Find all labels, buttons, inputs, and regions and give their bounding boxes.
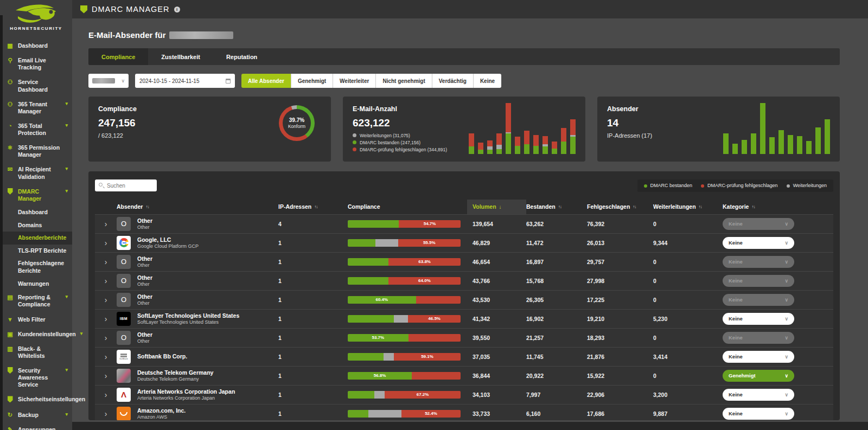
legend-label: DMARC-prüfung fehlgeschlagen (707, 183, 778, 189)
column-header-weiterleitungen[interactable]: Weiterleitungen↑↓ (653, 200, 723, 214)
sidebar-subitem-dashboard[interactable]: Dashboard (0, 206, 72, 219)
sidebar-item-service-dashboard[interactable]: ⚇Service Dashboard (0, 75, 72, 97)
row-expand-chevron-icon[interactable]: › (95, 390, 117, 399)
legend-item-dmarc-pr-fung-fehlgeschlagen-344-891: DMARC-prüfung fehlgeschlagen (344,891) (353, 147, 467, 152)
row-expand-chevron-icon[interactable]: › (95, 296, 117, 304)
category-cell: Keine∨ (723, 408, 833, 420)
info-icon[interactable]: i (174, 7, 180, 12)
sidebar-item-email-live-tracking[interactable]: ⚲Email Live Tracking (0, 53, 72, 75)
row-expand-chevron-icon[interactable]: › (95, 220, 117, 228)
sidebar-item-black-whitelists[interactable]: ▥Black- & Whitelists (0, 342, 72, 363)
filter-button-nicht-genehmigt[interactable]: Nicht genehmigt (375, 74, 431, 88)
sidebar-item-anpassungen[interactable]: ✎Anpassungen (0, 422, 72, 430)
senders-table-panel: DMARC bestandenDMARC-prüfung fehlgeschla… (88, 171, 840, 420)
table-row[interactable]: ›SoftBankSoftbank Bb Corp.159.1%37,03511… (95, 347, 833, 366)
sidebar-item-security-awareness-service[interactable]: Security Awareness Service▾ (0, 363, 72, 392)
sender-text: Google, LLCGoogle Cloud Platform GCP (137, 236, 199, 249)
filter-button-alle-absender[interactable]: Alle Absender (241, 74, 291, 88)
search-input[interactable] (95, 179, 157, 191)
row-expand-chevron-icon[interactable]: › (95, 315, 117, 323)
category-dropdown[interactable]: Genehmigt∨ (723, 370, 794, 382)
sidebar-item-web-filter[interactable]: ▼Web Filter (0, 312, 72, 327)
sidebar-item-365-permission-manager[interactable]: ⚛365 Permission Manager (0, 140, 72, 162)
tab-reputation[interactable]: Reputation (213, 48, 270, 65)
row-expand-chevron-icon[interactable]: › (95, 371, 117, 380)
date-range-input[interactable]: 2024-10-15 - 2024-11-15 (135, 74, 235, 88)
weiterleitungen-31-075-dot-icon (353, 133, 356, 137)
category-value: Keine (729, 240, 743, 246)
app-title: DMARC MANAGER (92, 5, 170, 14)
table-row[interactable]: ›OOtherOther454.7%139,65463,26276,3920Ke… (95, 214, 833, 233)
sidebar-scrollbar[interactable] (0, 15, 3, 430)
filter-button-verd-chtig[interactable]: Verdächtig (432, 74, 473, 88)
compliance-bar-cell: 56.8% (348, 372, 473, 380)
sidebar-item-dmarc-manager[interactable]: DMARC Manager▾ (0, 184, 72, 206)
sidebar-item-ai-recipient-validation[interactable]: ✉AI Recipient Validation▾ (0, 162, 72, 184)
row-expand-chevron-icon[interactable]: › (95, 409, 117, 418)
table-row[interactable]: ›OOtherOther163.8%46,65416,89729,7570Kei… (95, 252, 833, 271)
sidebar-subitem-domains[interactable]: Domains (0, 219, 72, 232)
sidebar-item-label: Dashboard (18, 42, 48, 49)
sidebar-subitem-tls-rpt-berichte[interactable]: TLS-RPT Berichte (0, 245, 72, 258)
filter-button-genehmigt[interactable]: Genehmigt (291, 74, 333, 88)
table-row[interactable]: ›Amazon.com, Inc.Amazon AWS152.4%33,7336… (95, 404, 833, 420)
column-header-kategorie[interactable]: Kategorie↑↓ (723, 200, 833, 214)
sidebar-item-365-tenant-manager[interactable]: ⚇365 Tenant Manager▾ (0, 97, 72, 119)
bar-percent-label: 60.4% (348, 296, 416, 304)
chevron-down-icon: ∨ (784, 373, 788, 378)
failed-cell: 18,293 (587, 335, 653, 341)
sidebar-item-sicherheitseinstellungen[interactable]: Sicherheitseinstellungen▾ (0, 392, 72, 407)
tab-zustellbarkeit[interactable]: Zustellbarkeit (148, 48, 213, 65)
failed-cell: 76,392 (587, 221, 653, 227)
red-segment (469, 133, 474, 146)
compliance-donut-chart: 39.7% Konform (279, 105, 315, 141)
table-row[interactable]: ›OOtherOther164.0%43,76615,76827,9980Kei… (95, 271, 833, 290)
category-cell: Keine∨ (723, 237, 833, 249)
sidebar-subitem-warnungen[interactable]: Warnungen (0, 278, 72, 291)
row-expand-chevron-icon[interactable]: › (95, 239, 117, 247)
sidebar-item-365-total-protection[interactable]: ◔365 Total Protection▾ (0, 119, 72, 140)
column-header-absender[interactable]: Absender↑↓ (117, 200, 278, 214)
column-header-bestanden[interactable]: Bestanden↑↓ (526, 200, 587, 214)
table-row[interactable]: ›Deutsche Telekom GermanyDeutsche Teleko… (95, 366, 833, 385)
tab-compliance[interactable]: Compliance (88, 48, 148, 65)
category-dropdown[interactable]: Keine∨ (723, 408, 794, 420)
green-segment (815, 127, 821, 154)
volume-cell: 36,844 (473, 373, 526, 379)
passed-cell: 15,768 (526, 278, 587, 284)
sidebar-item-label: DMARC Manager (18, 188, 61, 202)
column-header-ip-adressen[interactable]: IP-Adressen↑↓ (278, 200, 348, 214)
table-row[interactable]: ›IBMSoftLayer Technologies United States… (95, 309, 833, 328)
table-row[interactable]: ›Google, LLCGoogle Cloud Platform GCP155… (95, 233, 833, 252)
filter-button-weiterleiter[interactable]: Weiterleiter (333, 74, 375, 88)
failed-cell: 26,013 (587, 240, 653, 246)
softbank-logo-icon: SoftBank (117, 350, 131, 364)
filter-button-keine[interactable]: Keine (473, 74, 501, 88)
category-dropdown[interactable]: Keine∨ (723, 351, 794, 363)
row-expand-chevron-icon[interactable]: › (95, 333, 117, 342)
column-header-volumen[interactable]: Volumen↓ (467, 200, 526, 214)
sidebar-item-reporting-compliance[interactable]: ▤Reporting & Compliance▾ (0, 290, 72, 312)
row-expand-chevron-icon[interactable]: › (95, 277, 117, 285)
sidebar-item-dashboard[interactable]: ▦Dashboard (0, 38, 72, 53)
sidebar-subitem-absenderberichte[interactable]: Absenderberichte (0, 232, 72, 245)
category-dropdown[interactable]: Keine∨ (723, 389, 794, 401)
sidebar-item-kundeneinstellungen[interactable]: ▣Kundeneinstellungen▾ (0, 327, 72, 342)
sender-name: Other (137, 255, 152, 262)
category-dropdown[interactable]: Keine∨ (723, 313, 794, 325)
sender-text: OtherOther (137, 274, 152, 287)
sidebar-item-backup[interactable]: ↻Backup▾ (0, 408, 72, 422)
table-row[interactable]: ›ΛArteria Networks Corporation JapanArte… (95, 385, 833, 404)
row-expand-chevron-icon[interactable]: › (95, 352, 117, 361)
column-header-fehlgeschlagen[interactable]: Fehlgeschlagen↑↓ (587, 200, 653, 214)
row-expand-chevron-icon[interactable]: › (95, 258, 117, 266)
sidebar-subitem-fehlgeschlagene-berichte[interactable]: Fehlgeschlagene Berichte (0, 257, 72, 277)
bar-green-segment: 60.4% (348, 296, 416, 304)
ip-count-cell: 1 (278, 354, 348, 360)
category-dropdown[interactable]: Keine∨ (723, 237, 794, 249)
domain-select[interactable]: ∨ (88, 74, 129, 88)
volume-cell: 39,550 (473, 335, 526, 341)
table-row[interactable]: ›OOtherOther160.4%43,53026,30517,2250Kei… (95, 290, 833, 309)
table-row[interactable]: ›OOtherOther153.7%39,55021,25718,2930Kei… (95, 328, 833, 347)
forwarded-cell: 3,200 (653, 392, 723, 398)
